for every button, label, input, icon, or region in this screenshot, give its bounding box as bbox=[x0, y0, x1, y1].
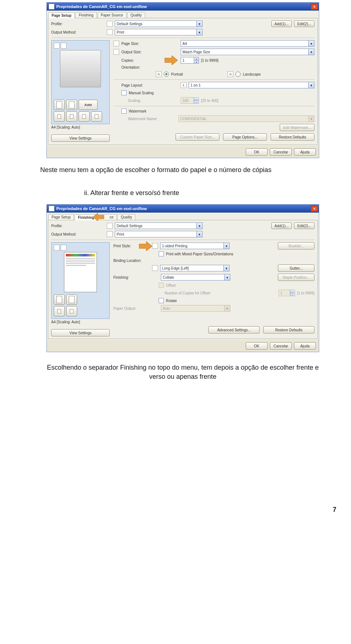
mixed-sizes-checkbox[interactable] bbox=[159, 251, 164, 256]
ok-button[interactable]: OK bbox=[246, 342, 268, 350]
layout-thumb-2[interactable] bbox=[66, 100, 77, 110]
offset-checkbox bbox=[159, 283, 164, 288]
tab-page-setup[interactable]: Page Setup bbox=[48, 12, 75, 18]
tab-quality[interactable]: Quality bbox=[127, 12, 145, 18]
custom-paper-size-button: Custom Paper Size... bbox=[176, 133, 219, 141]
window-title: Propriedades de CanonAR_CG em esel-unifl… bbox=[56, 4, 311, 9]
preview-caption: A4 [Scaling: Auto] bbox=[51, 125, 110, 129]
output-method-label: Output Method: bbox=[51, 30, 80, 34]
watermark-checkbox[interactable] bbox=[121, 108, 127, 114]
scaling-value: 100 bbox=[182, 99, 189, 103]
auto-button[interactable]: Auto bbox=[79, 100, 98, 110]
list-item-ii: ii. Alterar frente e verso/só frente bbox=[84, 189, 325, 197]
cancel-button[interactable]: Cancelar bbox=[270, 148, 292, 156]
print-style-icon bbox=[152, 243, 158, 249]
preview-mode-icon[interactable] bbox=[61, 245, 67, 251]
paper-output-label: Paper Output: bbox=[113, 306, 150, 310]
profile-value: Default Settings bbox=[117, 224, 143, 228]
layout-thumb-1[interactable] bbox=[54, 100, 65, 110]
layout-grid-1[interactable] bbox=[54, 306, 65, 316]
tab-finishing[interactable]: Finishing bbox=[75, 214, 97, 220]
profile-icon bbox=[107, 223, 113, 229]
tab-quality[interactable]: Quality bbox=[117, 214, 135, 220]
add-profile-button[interactable]: Add(1)... bbox=[271, 222, 292, 229]
chevron-down-icon: ▾ bbox=[223, 243, 229, 249]
print-icon bbox=[107, 231, 113, 237]
chevron-down-icon: ▾ bbox=[196, 29, 202, 35]
close-icon[interactable]: × bbox=[311, 206, 318, 212]
portrait-label: Portrait bbox=[171, 72, 183, 76]
output-size-combo[interactable]: Match Page Size ▾ bbox=[181, 49, 314, 55]
layout-grid-4[interactable] bbox=[91, 111, 102, 122]
manual-scaling-label: Manual Scaling bbox=[129, 91, 154, 95]
layout-grid-2[interactable] bbox=[66, 306, 77, 316]
profile-icon bbox=[107, 21, 113, 27]
gutter-button[interactable]: Gutter... bbox=[278, 264, 314, 272]
page-layout-icon: 1 bbox=[181, 82, 186, 88]
print-style-value: 1-sided Printing bbox=[162, 244, 187, 248]
add-profile-button[interactable]: Add(1)... bbox=[271, 20, 292, 27]
preview-mode-icon[interactable] bbox=[54, 43, 60, 49]
print-style-label: Print Style: bbox=[113, 244, 150, 248]
tab-page-setup[interactable]: Page Setup bbox=[48, 214, 74, 220]
page-layout-combo[interactable]: 1 on 1 ▾ bbox=[189, 82, 314, 88]
finishing-value: Collate bbox=[163, 275, 174, 279]
landscape-radio[interactable] bbox=[235, 72, 241, 77]
watermark-value: CONFIDENTIAL bbox=[180, 117, 207, 121]
portrait-radio[interactable] bbox=[164, 72, 169, 77]
preview-panel: Auto bbox=[51, 40, 110, 124]
layout-grid-1[interactable] bbox=[54, 111, 65, 122]
edit-watermark-button: Edit Watermark... bbox=[280, 124, 314, 131]
layout-thumb-1[interactable] bbox=[54, 294, 65, 305]
help-button[interactable]: Ajuda bbox=[294, 342, 316, 350]
advanced-settings-button[interactable]: Advanced Settings... bbox=[208, 326, 260, 334]
scaling-label: Scaling: bbox=[128, 99, 154, 103]
layout-grid-2[interactable] bbox=[66, 111, 77, 122]
layout-grid-3[interactable] bbox=[79, 111, 90, 122]
restore-defaults-button[interactable]: Restore Defaults bbox=[271, 133, 314, 141]
portrait-icon: A bbox=[156, 71, 162, 77]
view-settings-button[interactable]: View Settings bbox=[51, 329, 110, 336]
num-copies-offset-stepper: 1 ▴▾ bbox=[279, 290, 295, 296]
finishing-combo[interactable]: Collate ▾ bbox=[161, 274, 230, 281]
binding-value: Long Edge [Left] bbox=[162, 266, 189, 270]
copies-stepper[interactable]: 1 ▴▾ bbox=[181, 57, 199, 64]
page-size-combo[interactable]: A4 ▾ bbox=[181, 40, 314, 47]
copies-range: [1 to 9999] bbox=[201, 58, 218, 62]
restore-defaults-button[interactable]: Restore Defaults bbox=[263, 326, 314, 334]
ok-button[interactable]: OK bbox=[246, 148, 268, 156]
tab-finishing[interactable]: Finishing bbox=[75, 12, 97, 18]
profile-label: Profile: bbox=[51, 224, 80, 228]
page-size-label: Page Size: bbox=[121, 42, 154, 46]
offset-label: Offset bbox=[166, 283, 176, 287]
output-method-value: Print bbox=[117, 232, 124, 236]
view-settings-button[interactable]: View Settings bbox=[51, 134, 110, 142]
layout-thumb-2[interactable] bbox=[66, 294, 77, 305]
printer-icon bbox=[49, 206, 54, 212]
rotate-checkbox[interactable] bbox=[159, 298, 164, 303]
help-button[interactable]: Ajuda bbox=[294, 148, 316, 156]
preview-mode-icon[interactable] bbox=[61, 43, 67, 49]
num-copies-offset-value: 1 bbox=[280, 291, 283, 295]
preview-mode-icon[interactable] bbox=[54, 245, 60, 251]
cancel-button[interactable]: Cancelar bbox=[270, 342, 292, 350]
callout-arrow-icon bbox=[165, 56, 178, 65]
manual-scaling-checkbox[interactable] bbox=[121, 90, 127, 95]
page-options-button[interactable]: Page Options... bbox=[223, 133, 267, 141]
print-style-combo[interactable]: 1-sided Printing ▾ bbox=[160, 243, 230, 249]
tab-paper-source[interactable]: Paper Source bbox=[98, 12, 127, 18]
profile-combo[interactable]: Default Settings ▾ bbox=[115, 20, 203, 27]
output-method-combo[interactable]: Print ▾ bbox=[115, 29, 203, 35]
print-icon bbox=[107, 29, 113, 35]
edit-profile-button[interactable]: Edit(2)... bbox=[294, 20, 314, 27]
paper-output-combo: Auto ▾ bbox=[161, 305, 230, 312]
profile-combo[interactable]: Default Settings ▾ bbox=[115, 222, 203, 229]
tab-paper-source-partial[interactable]: ce bbox=[98, 214, 117, 220]
edit-profile-button[interactable]: Edit(2)... bbox=[294, 222, 314, 229]
chevron-down-icon: ▾ bbox=[308, 41, 314, 46]
chevron-down-icon: ▾ bbox=[224, 274, 230, 280]
close-icon[interactable]: × bbox=[311, 4, 318, 10]
output-size-label: Output Size: bbox=[121, 50, 154, 54]
output-method-combo[interactable]: Print ▾ bbox=[115, 231, 203, 237]
binding-combo[interactable]: Long Edge [Left] ▾ bbox=[160, 265, 230, 271]
